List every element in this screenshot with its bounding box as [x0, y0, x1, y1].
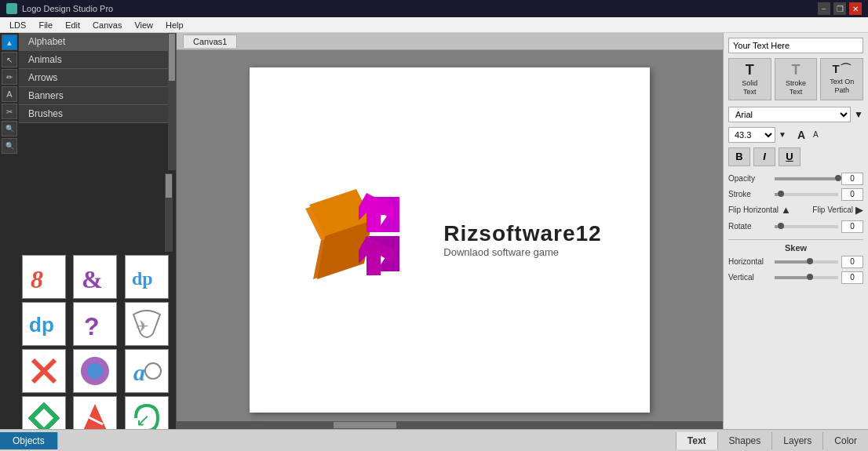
shape-cell-5[interactable]: ?	[73, 302, 117, 346]
rotate-slider[interactable]	[775, 225, 838, 228]
stroke-label: Stroke	[728, 190, 771, 198]
canvas-white[interactable]: Rizsoftware12 Downlaod software game	[250, 67, 650, 413]
skew-v-value: 0	[841, 271, 863, 284]
title-bar: Logo Design Studio Pro − ❐ ✕	[0, 0, 868, 17]
stroke-text-label: StrokeText	[786, 79, 806, 96]
svg-text:&: &	[82, 265, 103, 293]
font-size-select[interactable]: 43.3	[728, 127, 775, 143]
text-type-row: T SolidText T StrokeText T⌒ Text OnPath	[728, 58, 863, 100]
menu-view[interactable]: View	[128, 19, 159, 31]
skew-v-slider[interactable]	[775, 276, 838, 279]
shapes-tab[interactable]: Shapes	[717, 432, 772, 449]
menu-edit[interactable]: Edit	[59, 19, 86, 31]
maximize-button[interactable]: ❐	[833, 2, 846, 15]
svg-point-11	[145, 363, 161, 379]
minimize-button[interactable]: −	[818, 2, 830, 15]
select-tool[interactable]: ▲	[2, 35, 17, 50]
stroke-value: 0	[841, 188, 863, 201]
shape-cell-1[interactable]: 8	[22, 255, 66, 299]
bottom-left-tabs: Objects	[0, 432, 58, 449]
path-text-label: Text OnPath	[830, 78, 854, 95]
draw-tool[interactable]: ✏	[2, 69, 17, 85]
shape-cell-2[interactable]: &	[73, 255, 117, 299]
shape-cell-6[interactable]: ✈	[125, 302, 169, 346]
shape-cell-7[interactable]	[22, 349, 66, 393]
opacity-value: 0	[841, 173, 863, 185]
objects-tab[interactable]: Objects	[0, 432, 58, 449]
shape-cell-9[interactable]: a	[125, 349, 169, 393]
path-text-btn[interactable]: T⌒ Text OnPath	[820, 58, 863, 100]
stroke-row: Stroke 0	[728, 188, 863, 201]
skew-v-label: Vertical	[728, 273, 771, 282]
bottom-right-tabs: Text Shapes Layers Color	[676, 432, 868, 449]
skew-vertical-row: Vertical 0	[728, 271, 863, 284]
size-a-large: A	[797, 129, 805, 141]
close-button[interactable]: ✕	[849, 2, 862, 15]
shape-grid-panel: 8 & dp dp ?	[19, 170, 176, 429]
logo-container: Rizsoftware12 Downlaod software game	[282, 169, 617, 311]
text-tab[interactable]: Text	[676, 432, 717, 449]
text-tool[interactable]: A	[2, 86, 17, 102]
italic-button[interactable]: I	[753, 147, 775, 166]
menu-bar: LDS File Edit Canvas View Help	[0, 17, 868, 33]
stroke-text-btn[interactable]: T StrokeText	[775, 58, 818, 100]
menu-lds[interactable]: LDS	[3, 19, 32, 31]
shape-cell-4[interactable]: dp	[22, 302, 66, 346]
pointer-tool[interactable]: ↖	[2, 52, 17, 67]
rotate-value: 0	[841, 220, 863, 233]
font-select[interactable]: Arial	[728, 107, 851, 122]
svg-text:a: a	[133, 359, 145, 385]
canvas1-tab[interactable]: Canvas1	[183, 35, 237, 48]
shape-cell-10[interactable]	[22, 396, 66, 429]
color-tab[interactable]: Color	[822, 432, 868, 449]
zoom-in-tool[interactable]: 🔍	[2, 121, 17, 136]
bold-button[interactable]: B	[728, 147, 750, 166]
opacity-slider[interactable]	[775, 177, 838, 180]
flip-horizontal-icon: ▲	[781, 204, 791, 216]
shape-cell-8[interactable]	[73, 349, 117, 393]
menu-help[interactable]: Help	[159, 19, 190, 31]
underline-button[interactable]: U	[779, 147, 801, 166]
grid-scrollbar[interactable]	[165, 173, 173, 252]
category-scrollbar[interactable]	[168, 33, 176, 170]
zoom-out-tool[interactable]: 🔍	[2, 138, 17, 154]
cut-tool[interactable]: ✂	[2, 104, 17, 119]
stroke-text-icon: T	[792, 62, 801, 78]
flip-horizontal-btn[interactable]: Flip Horizontal ▲	[728, 204, 791, 216]
text-input[interactable]	[728, 38, 863, 53]
font-dropdown-icon[interactable]: ▼	[854, 109, 863, 120]
svg-marker-34	[359, 236, 394, 275]
skew-h-value: 0	[841, 256, 863, 268]
category-animals[interactable]: Animals	[19, 51, 168, 69]
solid-text-btn[interactable]: T SolidText	[728, 58, 771, 100]
shape-cell-3[interactable]: dp	[125, 255, 169, 299]
stroke-slider[interactable]	[775, 193, 838, 196]
skew-h-label: Horizontal	[728, 257, 771, 266]
shape-cell-11[interactable]	[73, 396, 117, 429]
shape-cell-12[interactable]: ↙	[125, 396, 169, 429]
skew-horizontal-row: Horizontal 0	[728, 256, 863, 268]
category-brushes[interactable]: Brushes	[19, 105, 168, 123]
right-panel: T SolidText T StrokeText T⌒ Text OnPath …	[723, 33, 868, 429]
opacity-row: Opacity 0	[728, 173, 863, 185]
opacity-label: Opacity	[728, 174, 771, 183]
category-banners[interactable]: Banners	[19, 87, 168, 105]
size-dropdown-icon[interactable]: ▼	[779, 130, 786, 139]
category-arrows[interactable]: Arrows	[19, 69, 168, 87]
svg-text:✈: ✈	[136, 318, 149, 335]
flip-row: Flip Horizontal ▲ Flip Vertical ▶	[728, 204, 863, 216]
menu-canvas[interactable]: Canvas	[86, 19, 128, 31]
logo-text-area: Rizsoftware12 Downlaod software game	[443, 221, 601, 258]
main-layout: ▲ ↖ ✏ A ✂ 🔍 🔍 Alphabet Animals Arrows Ba…	[0, 33, 868, 429]
svg-text:dp: dp	[132, 268, 153, 289]
layers-tab[interactable]: Layers	[771, 432, 822, 449]
flip-vertical-icon: ▶	[855, 204, 863, 216]
flip-vertical-btn[interactable]: Flip Vertical ▶	[812, 204, 863, 216]
menu-file[interactable]: File	[32, 19, 59, 31]
horizontal-scrollbar[interactable]	[177, 421, 723, 429]
size-row: 43.3 ▼ A A	[728, 127, 863, 143]
skew-h-slider[interactable]	[775, 260, 838, 264]
svg-point-9	[87, 363, 103, 379]
bottom-bar: Objects Text Shapes Layers Color	[0, 429, 868, 451]
category-alphabet[interactable]: Alphabet	[19, 33, 168, 51]
